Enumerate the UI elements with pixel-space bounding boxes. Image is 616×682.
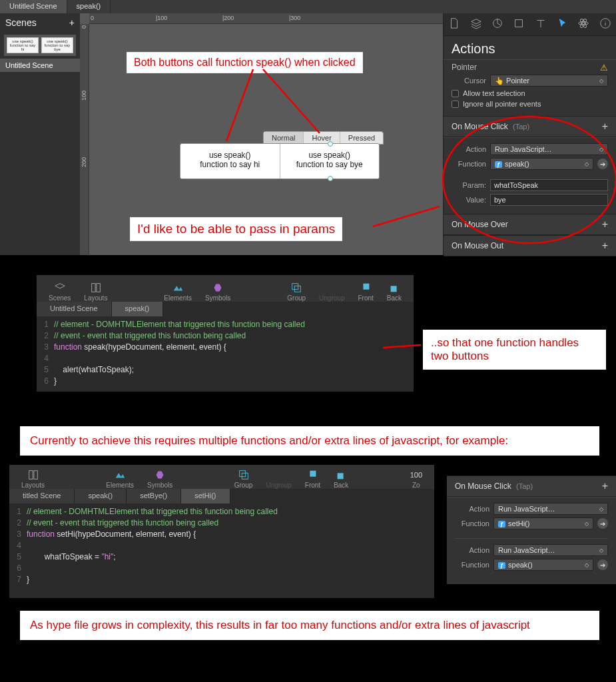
code-toolbar: Scenes Layouts Elements Symbols Group Un… xyxy=(37,275,414,302)
add-over-button[interactable]: + xyxy=(602,218,608,230)
svg-rect-21 xyxy=(242,473,248,479)
param-label: Param: xyxy=(452,181,486,189)
insp2-add-button[interactable]: + xyxy=(602,480,608,492)
ctab2-sethi[interactable]: setHi() xyxy=(181,489,230,504)
scene-thumbnail[interactable]: use speak() function to say hi use speak… xyxy=(4,35,76,56)
annotation-mid: I'd like to be able to pass in params xyxy=(130,217,342,241)
pointer-icon[interactable] xyxy=(556,17,568,31)
tb-ungroup-2[interactable]: Ungroup xyxy=(266,468,291,489)
canvas-button-hi[interactable]: use speak() function to say hi xyxy=(180,144,280,178)
scenes-title: Scenes xyxy=(5,17,37,28)
state-tab-hover[interactable]: Hover xyxy=(304,132,340,144)
add-out-button[interactable]: + xyxy=(602,240,608,252)
svg-rect-22 xyxy=(310,471,316,477)
svg-rect-14 xyxy=(294,286,300,292)
document-icon[interactable] xyxy=(448,17,460,31)
ctab2-scene[interactable]: titled Scene xyxy=(9,489,75,504)
goto-function-button[interactable]: ➔ xyxy=(597,159,608,169)
goto-button-1[interactable]: ➔ xyxy=(597,518,608,529)
on-mouse-out-header[interactable]: On Mouse Out+ xyxy=(444,235,616,256)
ruler-vertical: 0 100 200 xyxy=(80,24,89,255)
goto-button-2[interactable]: ➔ xyxy=(597,559,608,570)
layers-icon[interactable] xyxy=(470,17,482,31)
add-scene-button[interactable]: + xyxy=(69,17,75,28)
doc-tab-scene[interactable]: Untitled Scene xyxy=(0,0,67,13)
value-input[interactable] xyxy=(490,194,608,206)
svg-rect-18 xyxy=(29,471,32,480)
function-label: Function xyxy=(455,519,489,527)
tick: |100 xyxy=(156,15,167,21)
param-input[interactable] xyxy=(490,179,608,191)
metrics-icon[interactable] xyxy=(491,17,503,31)
svg-rect-15 xyxy=(364,284,370,290)
ctab2-speak[interactable]: speak() xyxy=(75,489,127,504)
tb-symbols[interactable]: Symbols xyxy=(205,281,230,302)
tb-back[interactable]: Back xyxy=(387,281,402,302)
tick: 0 xyxy=(81,25,87,29)
function-select-2[interactable]: ƒspeak()◇ xyxy=(493,559,593,571)
canvas-button-group[interactable]: use speak() function to say hi use speak… xyxy=(180,143,380,179)
tb-front[interactable]: Front xyxy=(358,281,373,302)
btn-text: use speak() xyxy=(283,151,377,160)
state-tab-pressed[interactable]: Pressed xyxy=(340,132,383,144)
panel-title: Actions xyxy=(444,36,616,59)
code-tabs-2: titled Scene speak() setBye() setHi() xyxy=(9,489,434,504)
action-label: Action xyxy=(455,505,489,513)
canvas-button-bye[interactable]: use speak() function to say bye xyxy=(280,144,380,178)
text-icon[interactable] xyxy=(535,17,547,31)
function-select[interactable]: ƒspeak()◇ xyxy=(490,158,593,170)
action-select-2[interactable]: Run JavaScript…◇ xyxy=(493,544,608,556)
svg-point-2 xyxy=(583,22,585,25)
tb-scenes[interactable]: Scenes xyxy=(49,281,71,302)
tick: 0 xyxy=(91,15,94,21)
add-action-button[interactable]: + xyxy=(602,121,608,133)
ctab-speak[interactable]: speak() xyxy=(112,302,164,316)
document-tabs: Untitled Scene speak() xyxy=(0,0,616,13)
on-mouse-click-header[interactable]: On Mouse Click (Tap) + xyxy=(444,116,616,137)
tb-group[interactable]: Group xyxy=(287,281,306,302)
tb-layouts[interactable]: Layouts xyxy=(84,281,107,302)
value-label: Value: xyxy=(452,196,486,204)
tb-elements[interactable]: Elements xyxy=(164,281,192,302)
pointer-section: Pointer⚠ Cursor 👆 Pointer◇ Allow text se… xyxy=(444,59,616,116)
ruler-horizontal: 0 |100 |200 |300 xyxy=(89,13,443,24)
on-mouse-over-header[interactable]: On Mouse Over+ xyxy=(444,214,616,235)
code-body-1[interactable]: 123456 // element - DOMHTMLElement that … xyxy=(37,316,414,387)
cursor-select[interactable]: 👆 Pointer◇ xyxy=(490,75,608,87)
physics-icon[interactable] xyxy=(577,17,589,31)
top-editor-panel: Untitled Scene speak() Scenes + use spea… xyxy=(0,0,616,255)
ctab-scene[interactable]: Untitled Scene xyxy=(37,302,112,316)
state-tab-normal[interactable]: Normal xyxy=(264,132,304,144)
action-select[interactable]: Run JavaScript…◇ xyxy=(490,143,608,155)
shape-icon[interactable] xyxy=(513,17,525,31)
tick: 200 xyxy=(81,157,87,167)
thumb-btn-1: use speak() function to say hi xyxy=(7,37,39,53)
svg-rect-23 xyxy=(338,473,344,479)
doc-tab-speak[interactable]: speak() xyxy=(67,0,111,13)
ignore-pointer-checkbox[interactable] xyxy=(452,101,459,108)
info-icon[interactable] xyxy=(599,17,611,31)
function-label: Function xyxy=(452,160,486,168)
tb-zoom[interactable]: 100Zo xyxy=(410,468,422,489)
tb-elements-2[interactable]: Elements xyxy=(106,468,134,489)
function-select-1[interactable]: ƒsetHi()◇ xyxy=(493,517,593,529)
thumb-btn-2: use speak() function to say bye xyxy=(41,37,73,53)
svg-rect-13 xyxy=(292,284,298,290)
ctab2-setbye[interactable]: setBye() xyxy=(127,489,181,504)
tb-ungroup[interactable]: Ungroup xyxy=(319,281,344,302)
scene-label[interactable]: Untitled Scene xyxy=(0,59,80,72)
svg-rect-12 xyxy=(97,284,100,292)
chk-label: Allow text selection xyxy=(463,89,525,97)
code-body-2[interactable]: 1234567 // element - DOMHTMLElement that… xyxy=(9,504,434,585)
insp2-header[interactable]: On Mouse Click (Tap) + xyxy=(447,476,616,497)
action-select-1[interactable]: Run JavaScript…◇ xyxy=(493,503,608,515)
tb-layouts-2[interactable]: Layouts xyxy=(21,468,45,489)
function-label: Function xyxy=(455,561,489,569)
tick: |300 xyxy=(289,15,300,21)
svg-rect-1 xyxy=(515,20,523,27)
tb-front-2[interactable]: Front xyxy=(305,468,320,489)
tb-symbols-2[interactable]: Symbols xyxy=(147,468,172,489)
tb-back-2[interactable]: Back xyxy=(334,468,348,489)
allow-text-checkbox[interactable] xyxy=(452,90,459,97)
tb-group-2[interactable]: Group xyxy=(234,468,253,489)
